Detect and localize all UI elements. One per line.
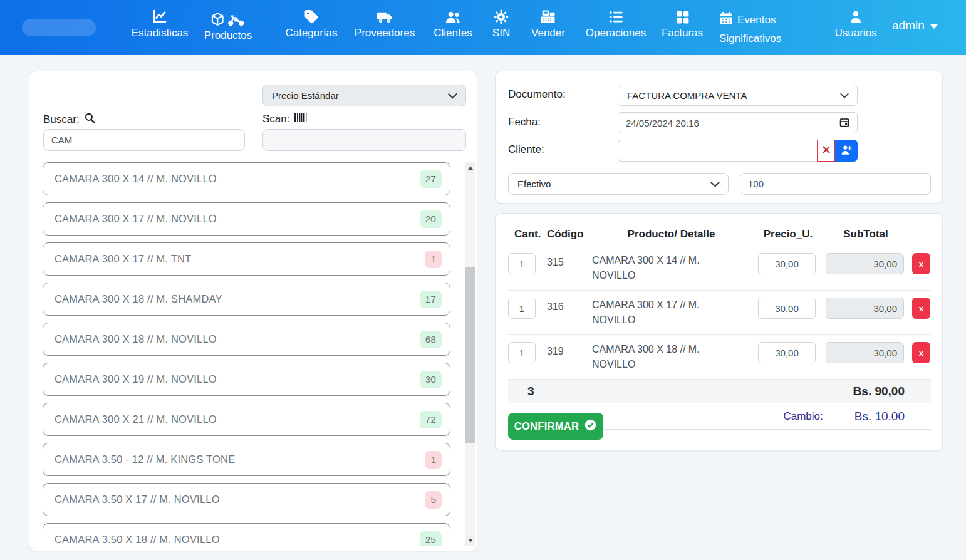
document-label: Documento: [508,88,566,101]
scrollbar[interactable] [465,162,475,546]
product-name: CAMARA 3.50 - 12 // M. KINGS TONE [55,454,425,465]
brand-logo[interactable] [22,19,96,36]
scan-label-text: Scan: [262,113,289,125]
qty-input[interactable] [508,298,536,319]
date-input[interactable]: 24/05/2024 20:16 [618,112,858,133]
calendar-icon [719,11,733,30]
calendar-icon [839,117,849,129]
user-menu-label: admin [892,19,925,33]
unit-price-input[interactable] [758,298,816,319]
chart-line-icon [152,8,167,24]
product-detail: CAMARA 300 X 14 // M. NOVILLO [592,253,750,283]
date-label: Fecha: [508,116,541,128]
triangle-up-icon [468,166,473,170]
cart-table-header: Cant. Código Producto/ Detalle Precio_U.… [508,222,931,246]
table-row: 319 CAMARA 300 X 18 // M. NOVILLO x [508,335,931,380]
nav-item-productos[interactable]: Productos [204,11,252,42]
remove-row-button[interactable]: x [912,298,930,319]
header-price: Precio_U. [750,228,826,241]
cart-panel: Cant. Código Producto/ Detalle Precio_U.… [495,213,943,451]
amount-paid-input[interactable] [740,173,931,195]
product-name: CAMARA 300 X 19 // M. NOVILLO [55,373,420,385]
scan-input[interactable] [262,129,466,151]
nav-item-usuarios[interactable]: Usuarios [834,8,876,39]
product-detail: CAMARA 300 X 17 // M. NOVILLO [592,298,750,328]
price-type-value: Precio Estándar [272,90,339,101]
scroll-up-button[interactable] [465,162,475,173]
table-row: 316 CAMARA 300 X 17 // M. NOVILLO x [508,291,931,335]
nav-item-estadisticas[interactable]: Estadisticas [132,8,189,39]
qty-input[interactable] [508,342,536,363]
payment-method-value: Efectivo [517,179,551,189]
search-input[interactable] [43,129,245,151]
users-icon [444,8,461,24]
chevron-down-icon [448,90,457,101]
list-item[interactable]: CAMARA 300 X 18 // M. SHAMDAY 17 [43,283,450,316]
document-type-value: FACTURA COMPRA VENTA [627,90,747,101]
list-item[interactable]: CAMARA 3.50 - 12 // M. KINGS TONE 1 [43,443,450,476]
nav-label: Proveedores [355,27,415,39]
nav-item-categorias[interactable]: Categorías [285,8,337,39]
user-icon [849,8,863,24]
qty-input[interactable] [508,253,536,274]
product-name: CAMARA 300 X 17 // M. NOVILLO [55,213,420,225]
list-item[interactable]: CAMARA 300 X 18 // M. NOVILLO 68 [43,323,450,356]
payment-method-select[interactable]: Efectivo [508,173,729,195]
header-qty: Cant. [508,228,547,241]
nav-item-vender[interactable]: Vender [531,8,565,39]
price-type-select[interactable]: Precio Estándar [262,85,466,106]
nav-label: Estadisticas [132,27,189,39]
nav-item-sin[interactable]: SIN [492,8,510,39]
stock-badge: 1 [425,451,442,469]
client-input[interactable] [618,140,817,162]
product-name: CAMARA 300 X 21 // M. NOVILLO [55,413,420,425]
document-type-select[interactable]: FACTURA COMPRA VENTA [618,85,858,106]
user-menu-admin[interactable]: admin [892,19,938,33]
list-item[interactable]: CAMARA 3.50 X 18 // M. NOVILLO 25 [43,523,450,546]
grid-icon [675,8,689,24]
nav-item-operaciones[interactable]: Operaciones [586,8,646,39]
subtotal-readonly [826,342,904,363]
unit-price-input[interactable] [758,253,816,274]
stock-badge: 68 [420,331,442,348]
list-icon [608,8,623,24]
product-name: CAMARA 300 X 18 // M. NOVILLO [55,333,420,345]
nav-label: Categorías [285,27,337,39]
list-item[interactable]: CAMARA 3.50 X 17 // M. NOVILLO 5 [43,483,450,516]
x-icon [823,146,830,155]
stock-badge: 5 [425,491,442,509]
list-item[interactable]: CAMARA 300 X 21 // M. NOVILLO 72 [43,403,450,436]
change-value: Bs. 10.00 [854,410,905,423]
list-item[interactable]: CAMARA 300 X 17 // M. TNT 1 [43,242,450,276]
product-detail: CAMARA 300 X 18 // M. NOVILLO [592,342,750,372]
stock-badge: 72 [420,411,442,428]
stock-badge: 30 [420,371,442,388]
nav-label: Productos [204,29,252,42]
nav-item-eventos-significativos[interactable]: Eventos Significativos [719,11,797,47]
list-item[interactable]: CAMARA 300 X 17 // M. NOVILLO 20 [43,202,450,236]
product-list: CAMARA 300 X 14 // M. NOVILLO 27 CAMARA … [38,162,477,546]
client-clear-button[interactable] [817,140,835,162]
nav-label: Clientes [434,27,472,39]
product-search-panel: Precio Estándar Buscar: Scan: CAMARA 300… [29,71,477,551]
list-item[interactable]: CAMARA 300 X 19 // M. NOVILLO 30 [43,363,450,396]
confirm-button[interactable]: CONFIRMAR [508,413,603,440]
scrollbar-thumb[interactable] [465,267,475,443]
chevron-down-icon [930,24,938,29]
header-subtotal: SubTotal [826,228,906,241]
product-name: CAMARA 300 X 14 // M. NOVILLO [55,173,420,185]
nav-item-proveedores[interactable]: Proveedores [355,8,415,39]
product-name: CAMARA 300 X 18 // M. SHAMDAY [55,293,420,305]
remove-row-button[interactable]: x [912,253,930,274]
header-code: Código [547,228,592,241]
nav-item-clientes[interactable]: Clientes [434,8,472,39]
stock-badge: 20 [420,210,442,228]
unit-price-input[interactable] [758,342,816,363]
list-item[interactable]: CAMARA 300 X 14 // M. NOVILLO 27 [43,162,450,195]
add-client-button[interactable] [835,140,858,162]
table-row: 315 CAMARA 300 X 14 // M. NOVILLO x [508,246,931,291]
nav-item-facturas[interactable]: Facturas [662,8,703,39]
remove-row-button[interactable]: x [912,342,930,363]
scroll-down-button[interactable] [465,535,475,546]
nav-label: Usuarios [834,27,876,39]
